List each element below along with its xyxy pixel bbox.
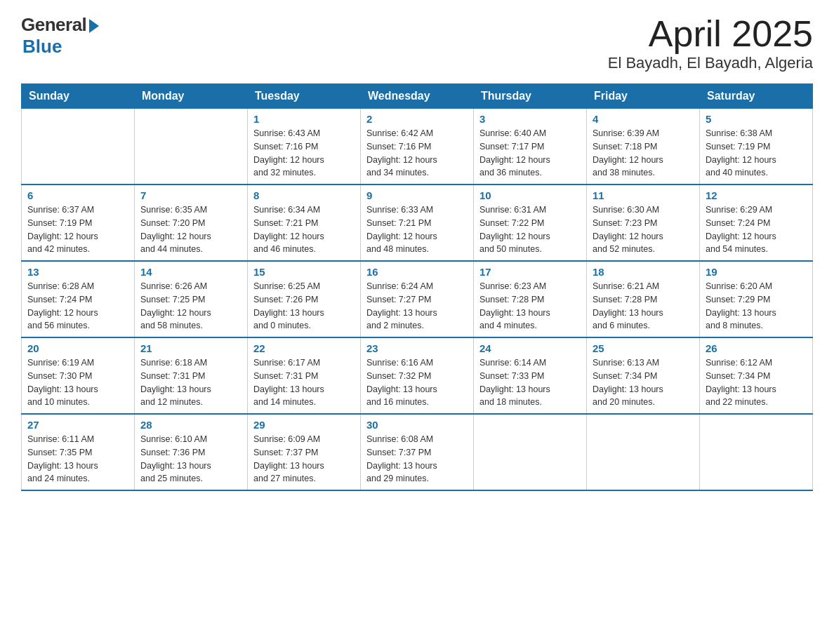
day-info: Sunrise: 6:19 AMSunset: 7:30 PMDaylight:… xyxy=(27,356,128,409)
day-number: 19 xyxy=(706,266,807,278)
calendar-cell: 30Sunrise: 6:08 AMSunset: 7:37 PMDayligh… xyxy=(361,414,474,490)
day-info: Sunrise: 6:38 AMSunset: 7:19 PMDaylight:… xyxy=(706,127,807,180)
calendar-cell: 17Sunrise: 6:23 AMSunset: 7:28 PMDayligh… xyxy=(474,261,587,337)
day-number: 6 xyxy=(27,189,128,201)
day-number: 11 xyxy=(593,189,694,201)
calendar-cell: 26Sunrise: 6:12 AMSunset: 7:34 PMDayligh… xyxy=(700,337,813,414)
calendar-week-row: 1Sunrise: 6:43 AMSunset: 7:16 PMDaylight… xyxy=(22,109,813,185)
calendar-cell: 16Sunrise: 6:24 AMSunset: 7:27 PMDayligh… xyxy=(361,261,474,337)
calendar-cell: 18Sunrise: 6:21 AMSunset: 7:28 PMDayligh… xyxy=(587,261,700,337)
calendar-body: 1Sunrise: 6:43 AMSunset: 7:16 PMDaylight… xyxy=(22,109,813,491)
day-number: 1 xyxy=(253,113,355,125)
day-info: Sunrise: 6:28 AMSunset: 7:24 PMDaylight:… xyxy=(27,280,128,333)
day-number: 26 xyxy=(706,342,807,354)
col-saturday: Saturday xyxy=(700,84,813,109)
day-number: 21 xyxy=(140,342,241,354)
day-number: 5 xyxy=(706,113,807,125)
day-info: Sunrise: 6:30 AMSunset: 7:23 PMDaylight:… xyxy=(593,203,694,256)
calendar-cell: 20Sunrise: 6:19 AMSunset: 7:30 PMDayligh… xyxy=(22,337,135,414)
calendar-cell: 22Sunrise: 6:17 AMSunset: 7:31 PMDayligh… xyxy=(248,337,361,414)
day-number: 25 xyxy=(593,342,694,354)
day-info: Sunrise: 6:21 AMSunset: 7:28 PMDaylight:… xyxy=(593,280,694,333)
title-block: April 2025 El Bayadh, El Bayadh, Algeria xyxy=(608,14,813,72)
calendar-cell xyxy=(700,414,813,490)
header-row: Sunday Monday Tuesday Wednesday Thursday… xyxy=(22,84,813,109)
logo-blue-text: Blue xyxy=(22,36,62,58)
calendar-cell: 10Sunrise: 6:31 AMSunset: 7:22 PMDayligh… xyxy=(474,185,587,261)
day-info: Sunrise: 6:24 AMSunset: 7:27 PMDaylight:… xyxy=(366,280,468,333)
day-info: Sunrise: 6:23 AMSunset: 7:28 PMDaylight:… xyxy=(479,280,581,333)
day-number: 4 xyxy=(593,113,694,125)
day-number: 12 xyxy=(706,189,807,201)
col-sunday: Sunday xyxy=(22,84,135,109)
day-number: 7 xyxy=(140,189,241,201)
calendar-cell xyxy=(587,414,700,490)
calendar-cell: 15Sunrise: 6:25 AMSunset: 7:26 PMDayligh… xyxy=(248,261,361,337)
day-number: 2 xyxy=(366,113,468,125)
calendar-cell: 21Sunrise: 6:18 AMSunset: 7:31 PMDayligh… xyxy=(135,337,248,414)
day-info: Sunrise: 6:14 AMSunset: 7:33 PMDaylight:… xyxy=(479,356,581,409)
day-info: Sunrise: 6:17 AMSunset: 7:31 PMDaylight:… xyxy=(253,356,355,409)
day-number: 8 xyxy=(253,189,355,201)
calendar-cell xyxy=(135,109,248,185)
day-info: Sunrise: 6:25 AMSunset: 7:26 PMDaylight:… xyxy=(253,280,355,333)
day-info: Sunrise: 6:39 AMSunset: 7:18 PMDaylight:… xyxy=(593,127,694,180)
calendar-cell: 11Sunrise: 6:30 AMSunset: 7:23 PMDayligh… xyxy=(587,185,700,261)
calendar-cell: 14Sunrise: 6:26 AMSunset: 7:25 PMDayligh… xyxy=(135,261,248,337)
calendar-week-row: 27Sunrise: 6:11 AMSunset: 7:35 PMDayligh… xyxy=(22,414,813,490)
calendar-cell xyxy=(22,109,135,185)
calendar-week-row: 20Sunrise: 6:19 AMSunset: 7:30 PMDayligh… xyxy=(22,337,813,414)
calendar-cell: 29Sunrise: 6:09 AMSunset: 7:37 PMDayligh… xyxy=(248,414,361,490)
page-title: April 2025 xyxy=(608,14,813,54)
day-info: Sunrise: 6:16 AMSunset: 7:32 PMDaylight:… xyxy=(366,356,468,409)
day-number: 9 xyxy=(366,189,468,201)
day-info: Sunrise: 6:12 AMSunset: 7:34 PMDaylight:… xyxy=(706,356,807,409)
day-number: 16 xyxy=(366,266,468,278)
col-friday: Friday xyxy=(587,84,700,109)
day-info: Sunrise: 6:09 AMSunset: 7:37 PMDaylight:… xyxy=(253,433,355,485)
calendar-cell: 24Sunrise: 6:14 AMSunset: 7:33 PMDayligh… xyxy=(474,337,587,414)
day-info: Sunrise: 6:20 AMSunset: 7:29 PMDaylight:… xyxy=(706,280,807,333)
calendar-header: Sunday Monday Tuesday Wednesday Thursday… xyxy=(22,84,813,109)
day-number: 14 xyxy=(140,266,241,278)
day-number: 20 xyxy=(27,342,128,354)
page-header: General Blue April 2025 El Bayadh, El Ba… xyxy=(21,14,813,72)
day-info: Sunrise: 6:33 AMSunset: 7:21 PMDaylight:… xyxy=(366,203,468,256)
day-info: Sunrise: 6:26 AMSunset: 7:25 PMDaylight:… xyxy=(140,280,241,333)
day-number: 18 xyxy=(593,266,694,278)
col-wednesday: Wednesday xyxy=(361,84,474,109)
day-info: Sunrise: 6:10 AMSunset: 7:36 PMDaylight:… xyxy=(140,433,241,485)
logo-general-text: General xyxy=(21,14,86,36)
calendar-cell xyxy=(474,414,587,490)
calendar-cell: 3Sunrise: 6:40 AMSunset: 7:17 PMDaylight… xyxy=(474,109,587,185)
calendar-cell: 6Sunrise: 6:37 AMSunset: 7:19 PMDaylight… xyxy=(22,185,135,261)
calendar-cell: 2Sunrise: 6:42 AMSunset: 7:16 PMDaylight… xyxy=(361,109,474,185)
calendar-cell: 12Sunrise: 6:29 AMSunset: 7:24 PMDayligh… xyxy=(700,185,813,261)
day-info: Sunrise: 6:34 AMSunset: 7:21 PMDaylight:… xyxy=(253,203,355,256)
calendar-cell: 7Sunrise: 6:35 AMSunset: 7:20 PMDaylight… xyxy=(135,185,248,261)
day-number: 23 xyxy=(366,342,468,354)
day-number: 17 xyxy=(479,266,581,278)
day-number: 29 xyxy=(253,419,355,431)
calendar-cell: 25Sunrise: 6:13 AMSunset: 7:34 PMDayligh… xyxy=(587,337,700,414)
day-number: 22 xyxy=(253,342,355,354)
calendar-cell: 9Sunrise: 6:33 AMSunset: 7:21 PMDaylight… xyxy=(361,185,474,261)
calendar-cell: 8Sunrise: 6:34 AMSunset: 7:21 PMDaylight… xyxy=(248,185,361,261)
calendar-table: Sunday Monday Tuesday Wednesday Thursday… xyxy=(21,83,813,491)
day-number: 10 xyxy=(479,189,581,201)
col-monday: Monday xyxy=(135,84,248,109)
day-info: Sunrise: 6:37 AMSunset: 7:19 PMDaylight:… xyxy=(27,203,128,256)
calendar-week-row: 13Sunrise: 6:28 AMSunset: 7:24 PMDayligh… xyxy=(22,261,813,337)
day-info: Sunrise: 6:42 AMSunset: 7:16 PMDaylight:… xyxy=(366,127,468,180)
day-info: Sunrise: 6:18 AMSunset: 7:31 PMDaylight:… xyxy=(140,356,241,409)
col-thursday: Thursday xyxy=(474,84,587,109)
day-info: Sunrise: 6:08 AMSunset: 7:37 PMDaylight:… xyxy=(366,433,468,485)
day-info: Sunrise: 6:43 AMSunset: 7:16 PMDaylight:… xyxy=(253,127,355,180)
day-number: 30 xyxy=(366,419,468,431)
day-number: 28 xyxy=(140,419,241,431)
day-info: Sunrise: 6:11 AMSunset: 7:35 PMDaylight:… xyxy=(27,433,128,485)
col-tuesday: Tuesday xyxy=(248,84,361,109)
logo: General Blue xyxy=(21,14,99,58)
calendar-cell: 19Sunrise: 6:20 AMSunset: 7:29 PMDayligh… xyxy=(700,261,813,337)
page-subtitle: El Bayadh, El Bayadh, Algeria xyxy=(608,54,813,72)
